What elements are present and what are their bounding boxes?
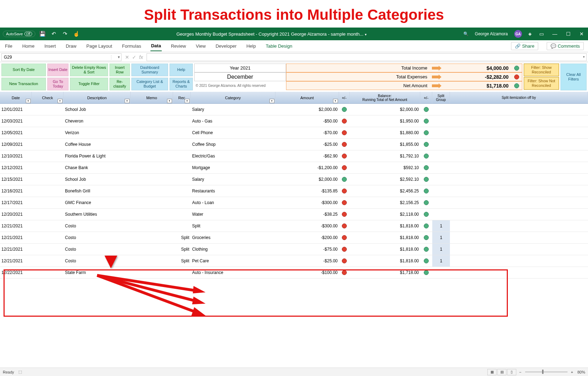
cell-memo[interactable] <box>131 232 173 243</box>
cell-category[interactable]: Clothing <box>191 244 275 255</box>
cell-check[interactable] <box>32 232 64 243</box>
cell-split-item[interactable] <box>450 115 588 127</box>
cell-rec[interactable] <box>173 174 191 185</box>
share-button[interactable]: 🔗 Share <box>511 42 538 50</box>
filter-show-reconciled-button[interactable]: Filter: Show Reconciled <box>524 64 559 76</box>
zoom-slider[interactable] <box>525 371 568 372</box>
cell-amount[interactable]: -$300.00 <box>275 220 339 232</box>
cell-amount[interactable]: -$135.85 <box>275 185 339 197</box>
cell-category[interactable]: Auto - Gas <box>191 115 275 127</box>
cell-rec[interactable]: Split <box>173 244 191 255</box>
table-row[interactable]: 12/21/2021 Costo Split -$300.00 $1,818.0… <box>0 220 588 232</box>
cell-rec[interactable] <box>173 115 191 127</box>
cell-memo[interactable] <box>131 115 173 127</box>
go-to-today-button[interactable]: Go To Today <box>47 78 69 90</box>
cell-category[interactable]: Coffee Shop <box>191 139 275 150</box>
cell-rec[interactable] <box>173 139 191 150</box>
cell-memo[interactable] <box>131 162 173 173</box>
dashboard-summary-button[interactable]: Dashboard Summary <box>131 64 168 76</box>
cell-date[interactable]: 12/21/2021 <box>0 244 32 255</box>
cell-category[interactable]: Salary <box>191 174 275 185</box>
col-memo[interactable]: Memo▾ <box>131 92 173 103</box>
cell-description[interactable]: Bonefish Grill <box>64 185 131 197</box>
reclassify-button[interactable]: Re-classify <box>109 78 130 90</box>
insert-row-button[interactable]: Insert Row <box>109 64 130 76</box>
table-row[interactable]: 12/21/2021 Costo Split Groceries -$200.0… <box>0 232 588 244</box>
new-transaction-button[interactable]: New Transaction <box>1 78 46 90</box>
cell-check[interactable] <box>32 197 64 208</box>
cell-category[interactable]: Restaurants <box>191 185 275 197</box>
view-normal-icon[interactable]: ▦ <box>487 369 497 375</box>
cell-split-item[interactable] <box>450 127 588 138</box>
tab-help[interactable]: Help <box>246 41 257 51</box>
cell-rec[interactable] <box>173 150 191 162</box>
cell-amount[interactable]: -$300.00 <box>275 197 339 208</box>
col-amount[interactable]: Amount▾ <box>275 92 339 103</box>
cell-date[interactable]: 12/21/2021 <box>0 255 32 267</box>
col-category[interactable]: Category▾ <box>191 92 275 103</box>
cell-date[interactable]: 12/10/2021 <box>0 150 32 162</box>
cell-split-group[interactable] <box>432 174 450 185</box>
cell-balance[interactable]: $592.10 <box>350 162 420 173</box>
cell-split-item[interactable] <box>450 150 588 162</box>
sort-by-date-button[interactable]: Sort By Date <box>1 64 46 76</box>
cell-split-item[interactable] <box>450 162 588 173</box>
cell-description[interactable]: Chase Bank <box>64 162 131 173</box>
tab-home[interactable]: Home <box>22 41 35 51</box>
cell-date[interactable]: 12/05/2021 <box>0 127 32 138</box>
clear-all-filters-button[interactable]: Clear All Filters <box>560 64 587 90</box>
cell-memo[interactable] <box>131 244 173 255</box>
zoom-out-icon[interactable]: − <box>519 370 521 374</box>
cell-rec[interactable] <box>173 104 191 115</box>
cell-rec[interactable] <box>173 267 191 278</box>
cell-date[interactable]: 12/17/2021 <box>0 197 32 208</box>
cell-split-item[interactable] <box>450 220 588 232</box>
cell-category[interactable]: Auto - Loan <box>191 197 275 208</box>
cell-amount[interactable]: -$50.00 <box>275 115 339 127</box>
cell-amount[interactable]: -$25.00 <box>275 255 339 267</box>
cell-check[interactable] <box>32 209 64 220</box>
cell-check[interactable] <box>32 139 64 150</box>
zoom-level[interactable]: 80% <box>577 370 585 374</box>
tab-file[interactable]: File <box>4 41 13 51</box>
redo-icon[interactable]: ↷ <box>62 31 69 37</box>
filter-icon[interactable]: ▾ <box>269 99 274 103</box>
cell-date[interactable]: 12/15/2021 <box>0 174 32 185</box>
cell-split-item[interactable] <box>450 139 588 150</box>
view-page-break-icon[interactable]: ▯ <box>507 369 516 375</box>
table-row[interactable]: 12/03/2021 Cheveron Auto - Gas -$50.00 $… <box>0 115 588 127</box>
category-list-button[interactable]: Category List & Budget <box>131 78 168 90</box>
cell-split-item[interactable] <box>450 174 588 185</box>
cell-split-group[interactable]: 1 <box>432 232 450 243</box>
cell-date[interactable]: 12/09/2021 <box>0 139 32 150</box>
cell-memo[interactable] <box>131 209 173 220</box>
search-icon[interactable]: 🔍 <box>463 31 469 36</box>
cell-check[interactable] <box>32 220 64 232</box>
cell-description[interactable]: GMC Finance <box>64 197 131 208</box>
minimize-icon[interactable]: — <box>551 30 558 37</box>
cell-rec[interactable] <box>173 220 191 232</box>
cell-split-item[interactable] <box>450 267 588 278</box>
cell-balance[interactable]: $2,592.10 <box>350 174 420 185</box>
touch-icon[interactable]: ☝ <box>73 31 80 37</box>
cell-category[interactable]: Groceries <box>191 232 275 243</box>
tab-table-design[interactable]: Table Design <box>265 41 293 51</box>
cell-amount[interactable]: -$70.00 <box>275 127 339 138</box>
cell-split-group[interactable] <box>432 209 450 220</box>
tab-developer[interactable]: Developer <box>215 41 237 51</box>
cell-check[interactable] <box>32 162 64 173</box>
cell-category[interactable]: Split <box>191 220 275 232</box>
cell-category[interactable]: Mortgage <box>191 162 275 173</box>
cell-description[interactable]: Florida Power & Light <box>64 150 131 162</box>
col-split-group[interactable]: Split Group <box>432 92 450 103</box>
cell-balance[interactable]: $2,456.25 <box>350 185 420 197</box>
tab-data[interactable]: Data <box>150 41 162 51</box>
close-icon[interactable]: ✕ <box>578 30 585 37</box>
cell-balance[interactable]: $1,880.00 <box>350 127 420 138</box>
cell-category[interactable]: Auto - Insurance <box>191 267 275 278</box>
reports-charts-button[interactable]: Reports & Charts <box>170 78 193 90</box>
cell-split-item[interactable] <box>450 104 588 115</box>
avatar[interactable]: GA <box>514 30 522 38</box>
cell-balance[interactable]: $1,818.00 <box>350 255 420 267</box>
cell-check[interactable] <box>32 115 64 127</box>
